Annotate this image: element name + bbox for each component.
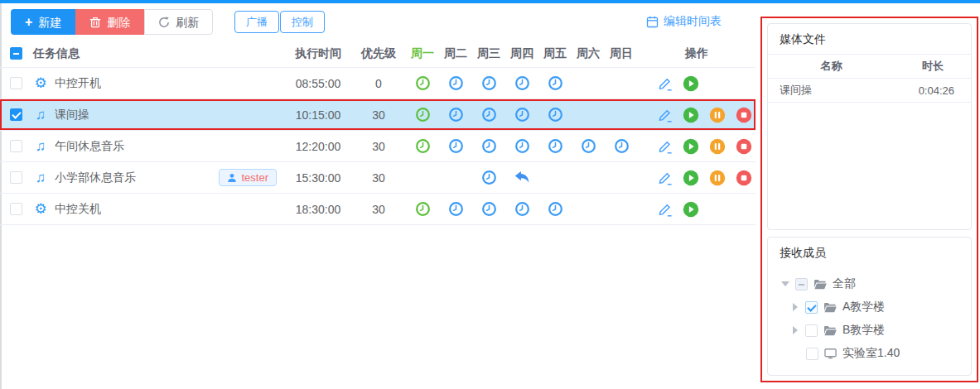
play-button[interactable] — [683, 201, 699, 218]
play-button[interactable] — [683, 138, 699, 155]
tree-checkbox[interactable] — [806, 348, 818, 360]
person-icon — [227, 173, 237, 183]
schedule-clock-icon — [448, 138, 464, 154]
media-col-duration: 时长 — [895, 59, 971, 74]
task-name-cell: ⚙中控开机 — [28, 76, 285, 91]
media-file-row[interactable]: 课间操0:04:26 — [768, 79, 971, 103]
folder-icon — [823, 325, 837, 336]
schedule-clock-icon — [514, 75, 530, 91]
members-tree: 全部A教学楼B教学楼实验室1.40 — [768, 267, 971, 365]
edit-button[interactable] — [658, 202, 673, 217]
members-title: 接收成员 — [768, 238, 971, 267]
task-name-cell: ♫课间操 — [28, 108, 285, 122]
task-row[interactable]: ⚙中控开机08:55:000 — [0, 68, 756, 99]
tree-node-group[interactable]: 全部 — [768, 272, 971, 295]
table-header-row: 任务信息 执行时间 优先级 周一 周二 周三 周四 周五 周六 周日 操作 — [0, 40, 756, 68]
stop-button[interactable] — [736, 138, 752, 155]
stop-button[interactable] — [736, 107, 752, 123]
pause-button[interactable] — [709, 107, 726, 123]
task-row[interactable]: ♫课间操10:15:0030 — [0, 99, 756, 131]
task-row[interactable]: ⚙中控关机18:30:0030 — [0, 194, 756, 225]
task-priority: 30 — [351, 171, 406, 185]
schedule-clock-icon — [548, 138, 563, 154]
task-table: 任务信息 执行时间 优先级 周一 周二 周三 周四 周五 周六 周日 操作 ⚙中… — [0, 40, 756, 225]
schedule-clock-icon — [448, 107, 464, 122]
play-button[interactable] — [683, 75, 699, 92]
expand-arrow-icon[interactable] — [780, 281, 789, 286]
day-schedule-cell — [538, 107, 572, 122]
edit-button[interactable] — [658, 170, 673, 185]
day-schedule-cell — [538, 75, 572, 91]
task-operations-cell — [638, 201, 756, 218]
task-checkbox-cell — [0, 171, 28, 184]
edit-schedule-link[interactable]: 编辑时间表 — [646, 14, 722, 29]
control-button[interactable]: 控制 — [280, 11, 325, 33]
day-schedule-cell — [538, 138, 572, 154]
play-button[interactable] — [683, 107, 699, 123]
right-sidebar: 媒体文件 名称 时长 课间操0:04:26 接收成员 全部A教学楼B教学楼实验室… — [760, 17, 978, 382]
media-file-name: 课间操 — [768, 83, 895, 98]
day-schedule-cell — [505, 75, 538, 91]
schedule-clock-icon — [481, 107, 497, 122]
day-schedule-cell — [439, 138, 472, 154]
task-priority: 30 — [351, 108, 406, 122]
new-task-label: 新建 — [38, 17, 61, 28]
schedule-clock-icon — [481, 75, 497, 91]
device-icon — [824, 348, 837, 359]
members-panel: 接收成员 全部A教学楼B教学楼实验室1.40 — [767, 237, 972, 376]
row-checkbox[interactable] — [10, 171, 22, 184]
tree-checkbox[interactable] — [805, 324, 818, 337]
day-schedule-cell — [505, 107, 538, 122]
edit-button[interactable] — [658, 139, 673, 154]
delete-label: 删除 — [107, 17, 130, 28]
edit-button[interactable] — [658, 76, 673, 91]
task-exec-time: 15:30:00 — [285, 171, 351, 185]
new-task-button[interactable]: + 新建 — [11, 9, 75, 35]
task-row[interactable]: ♫午间休息音乐12:20:0030 — [0, 131, 756, 162]
stop-button[interactable] — [736, 170, 752, 186]
day-schedule-cell — [505, 138, 538, 154]
tree-node-group[interactable]: A教学楼 — [768, 295, 971, 319]
row-checkbox[interactable] — [10, 140, 22, 152]
tree-node-device[interactable]: 实验室1.40 — [768, 342, 971, 365]
task-operations-cell — [638, 107, 756, 123]
delete-button[interactable]: 删除 — [75, 9, 144, 35]
row-checkbox[interactable] — [10, 108, 22, 121]
task-operations-cell — [638, 170, 756, 186]
expand-arrow-icon[interactable] — [790, 326, 799, 334]
col-day-tue: 周二 — [439, 46, 472, 61]
day-schedule-cell — [605, 138, 638, 154]
tree-checkbox[interactable] — [795, 278, 808, 291]
task-checkbox-cell — [0, 108, 28, 121]
broadcast-button[interactable]: 广播 — [234, 11, 279, 33]
pause-button[interactable] — [709, 170, 726, 186]
task-operations-cell — [638, 75, 756, 92]
music-note-icon: ♫ — [33, 108, 48, 122]
schedule-clock-icon — [514, 107, 530, 122]
row-checkbox[interactable] — [10, 203, 22, 215]
schedule-clock-icon — [614, 138, 630, 154]
day-schedule-cell — [406, 75, 439, 91]
pause-button[interactable] — [709, 138, 726, 155]
task-rows-container: ⚙中控开机08:55:000♫课间操10:15:0030♫午间休息音乐12:20… — [0, 68, 756, 225]
row-checkbox[interactable] — [10, 77, 22, 89]
col-day-sat: 周六 — [572, 46, 605, 61]
undo-arrow-icon — [514, 170, 530, 185]
tree-node-group[interactable]: B教学楼 — [768, 319, 971, 342]
schedule-clock-icon — [548, 107, 563, 122]
select-all-checkbox[interactable] — [10, 47, 22, 60]
tree-checkbox[interactable] — [805, 301, 818, 314]
schedule-clock-icon — [481, 170, 497, 185]
toolbar: + 新建 删除 刷新 广播 控制 编辑时间表 — [0, 3, 760, 40]
day-schedule-cell — [538, 201, 572, 217]
col-operations: 操作 — [638, 46, 756, 61]
play-button[interactable] — [683, 170, 699, 186]
task-row[interactable]: ♫小学部休息音乐tester15:30:0030 — [0, 162, 756, 194]
task-name-cell: ♫小学部休息音乐tester — [28, 169, 285, 187]
tree-node-label: 全部 — [833, 276, 856, 291]
toolbar-button-group: + 新建 删除 刷新 — [11, 9, 213, 35]
expand-arrow-icon[interactable] — [790, 303, 799, 311]
edit-button[interactable] — [658, 108, 673, 122]
col-day-fri: 周五 — [538, 46, 572, 61]
refresh-button[interactable]: 刷新 — [144, 9, 213, 35]
